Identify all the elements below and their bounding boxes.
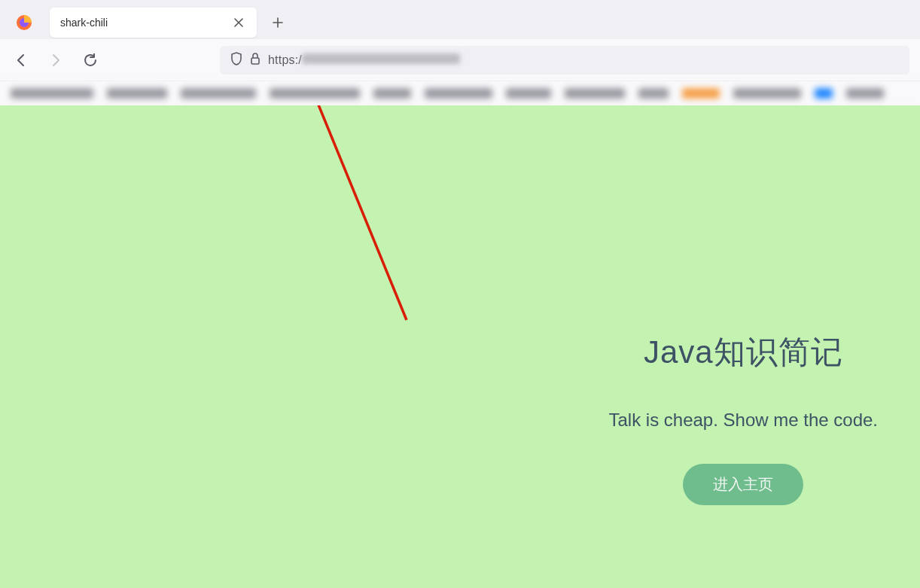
- bookmark-item[interactable]: [373, 88, 411, 99]
- annotation-arrow-icon: [294, 105, 422, 331]
- bookmarks-bar: [0, 81, 920, 105]
- url-text: https:/: [268, 53, 460, 67]
- reload-button[interactable]: [80, 50, 101, 71]
- active-tab[interactable]: shark-chili: [50, 8, 257, 38]
- bookmark-item[interactable]: [846, 88, 884, 99]
- bookmark-item[interactable]: [565, 88, 625, 99]
- address-bar[interactable]: https:/: [220, 46, 909, 75]
- firefox-logo-icon: [15, 14, 33, 32]
- forward-button[interactable]: [45, 50, 66, 71]
- hero-section: Java知识简记 Talk is cheap. Show me the code…: [608, 331, 878, 505]
- bookmark-item[interactable]: [682, 88, 720, 99]
- svg-rect-2: [251, 58, 259, 64]
- bookmark-item[interactable]: [11, 88, 93, 99]
- page-content: Java知识简记 Talk is cheap. Show me the code…: [0, 105, 920, 588]
- bookmark-item[interactable]: [425, 88, 492, 99]
- navigation-bar: https:/: [0, 39, 920, 81]
- bookmark-item[interactable]: [181, 88, 256, 99]
- bookmark-item[interactable]: [270, 88, 360, 99]
- page-title: Java知识简记: [608, 331, 878, 373]
- bookmark-item[interactable]: [638, 88, 669, 99]
- tab-title: shark-chili: [60, 17, 108, 29]
- bookmark-item[interactable]: [815, 88, 833, 99]
- url-prefix: https:/: [268, 53, 302, 66]
- tab-bar: shark-chili: [0, 0, 920, 39]
- lock-icon: [250, 52, 260, 69]
- new-tab-button[interactable]: [266, 11, 290, 35]
- svg-line-3: [303, 105, 407, 320]
- back-button[interactable]: [11, 50, 32, 71]
- url-obscured: [302, 53, 460, 64]
- bookmark-item[interactable]: [506, 88, 551, 99]
- page-tagline: Talk is cheap. Show me the code.: [608, 410, 878, 431]
- enter-home-button[interactable]: 进入主页: [683, 464, 803, 505]
- close-tab-icon[interactable]: [231, 15, 246, 30]
- shield-icon: [230, 52, 242, 69]
- bookmark-item[interactable]: [107, 88, 167, 99]
- bookmark-item[interactable]: [733, 88, 801, 99]
